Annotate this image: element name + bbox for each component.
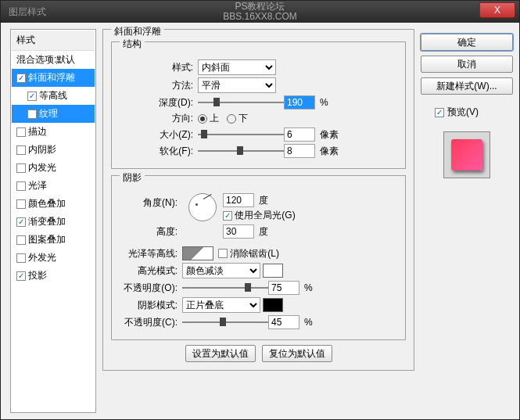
drop-shadow-item[interactable]: ✓投影	[12, 267, 95, 285]
bevel-group: 斜面和浮雕 结构 样式:内斜面 方法:平滑 深度(D):% 方向:上 下 大小(…	[102, 29, 414, 371]
shadow-mode-label: 阴影模式:	[120, 299, 182, 312]
preview-swatch-icon	[451, 139, 482, 171]
preview-checkbox[interactable]: ✓	[435, 108, 444, 117]
angle-dial[interactable]	[188, 193, 217, 221]
soften-label: 软化(F):	[120, 145, 198, 158]
pattern-overlay-item[interactable]: 图案叠加	[12, 231, 95, 249]
depth-slider[interactable]	[198, 95, 284, 109]
blending-options[interactable]: 混合选项:默认	[12, 51, 95, 69]
highlight-color-swatch[interactable]	[263, 264, 283, 278]
technique-select[interactable]: 平滑	[198, 77, 276, 93]
color-overlay-item[interactable]: 颜色叠加	[12, 195, 95, 213]
close-button[interactable]: X	[479, 2, 515, 18]
action-panel: 确定 取消 新建样式(W)... ✓预览(V)	[421, 29, 513, 413]
technique-label: 方法:	[120, 79, 198, 92]
style-label: 样式:	[120, 61, 198, 74]
checkbox-icon[interactable]	[16, 181, 26, 191]
size-slider[interactable]	[198, 127, 284, 142]
window-title: 图层样式	[9, 5, 46, 19]
title-watermark: PS教程论坛 BBS.16XX8.COM	[223, 2, 297, 22]
highlight-opacity-input[interactable]	[268, 281, 299, 295]
titlebar: 图层样式 PS教程论坛 BBS.16XX8.COM X	[1, 1, 519, 23]
checkbox-icon[interactable]	[16, 199, 26, 209]
bevel-emboss-item[interactable]: ✓斜面和浮雕	[12, 69, 95, 87]
angle-label: 角度(N):	[120, 193, 182, 210]
shading-title: 阴影	[120, 171, 145, 185]
soften-input[interactable]	[284, 144, 315, 158]
shadow-opacity-label: 不透明度(C):	[120, 316, 182, 329]
shadow-opacity-slider[interactable]	[182, 315, 268, 329]
preview-label: 预览(V)	[447, 106, 479, 119]
inner-glow-item[interactable]: 内发光	[12, 159, 95, 177]
stroke-item[interactable]: 描边	[12, 123, 95, 141]
shadow-mode-select[interactable]: 正片叠底	[182, 297, 260, 313]
highlight-mode-label: 高光模式:	[120, 264, 182, 278]
depth-label: 深度(D):	[120, 96, 198, 109]
texture-item[interactable]: 纹理	[12, 105, 95, 123]
satin-item[interactable]: 光泽	[12, 177, 95, 195]
checkbox-icon[interactable]	[16, 145, 26, 155]
structure-group: 结构 样式:内斜面 方法:平滑 深度(D):% 方向:上 下 大小(Z):像素 …	[111, 41, 406, 169]
gradient-overlay-item[interactable]: ✓渐变叠加	[12, 213, 95, 231]
settings-panel: 斜面和浮雕 结构 样式:内斜面 方法:平滑 深度(D):% 方向:上 下 大小(…	[102, 29, 414, 413]
style-select[interactable]: 内斜面	[198, 59, 276, 75]
highlight-mode-select[interactable]: 颜色减淡	[182, 263, 260, 278]
checkbox-icon[interactable]: ✓	[16, 74, 26, 83]
checkbox-icon[interactable]	[16, 253, 26, 263]
preview-thumbnail	[443, 131, 490, 178]
highlight-opacity-label: 不透明度(O):	[120, 282, 182, 295]
cancel-button[interactable]: 取消	[421, 56, 513, 73]
make-default-button[interactable]: 设置为默认值	[185, 345, 256, 362]
checkbox-icon[interactable]	[27, 109, 37, 119]
reset-default-button[interactable]: 复位为默认值	[262, 345, 332, 362]
outer-glow-item[interactable]: 外发光	[12, 249, 95, 267]
shading-group: 阴影 角度(N): 度 ✓ 使用全局光(G) 高度:度 光泽等高线: 消除锯齿(…	[111, 175, 406, 340]
ok-button[interactable]: 确定	[421, 34, 513, 51]
style-list: 样式 混合选项:默认 ✓斜面和浮雕 ✓等高线 纹理 描边 内阴影 内发光 光泽 …	[10, 29, 96, 413]
inner-shadow-item[interactable]: 内阴影	[12, 141, 95, 159]
style-header: 样式	[12, 31, 95, 51]
shadow-color-swatch[interactable]	[263, 298, 283, 312]
depth-input[interactable]	[284, 95, 315, 109]
checkbox-icon[interactable]: ✓	[16, 217, 26, 227]
angle-input[interactable]	[223, 193, 254, 207]
gloss-contour-picker[interactable]	[182, 246, 213, 260]
altitude-label: 高度:	[120, 225, 182, 239]
checkbox-icon[interactable]	[16, 235, 26, 245]
contour-item[interactable]: ✓等高线	[12, 87, 95, 105]
checkbox-icon[interactable]	[16, 127, 26, 137]
altitude-input[interactable]	[223, 224, 254, 239]
size-label: 大小(Z):	[120, 128, 198, 142]
content-area: 样式 混合选项:默认 ✓斜面和浮雕 ✓等高线 纹理 描边 内阴影 内发光 光泽 …	[1, 23, 519, 419]
size-input[interactable]	[284, 127, 315, 142]
checkbox-icon[interactable]: ✓	[16, 271, 26, 281]
global-light-checkbox[interactable]: ✓	[223, 211, 232, 221]
layer-style-dialog: 图层样式 PS教程论坛 BBS.16XX8.COM X 样式 混合选项:默认 ✓…	[0, 0, 520, 420]
checkbox-icon[interactable]: ✓	[27, 92, 37, 101]
highlight-opacity-slider[interactable]	[182, 281, 268, 295]
gloss-label: 光泽等高线:	[120, 247, 182, 260]
checkbox-icon[interactable]	[16, 163, 26, 173]
soften-slider[interactable]	[198, 144, 284, 158]
shadow-opacity-input[interactable]	[268, 315, 299, 329]
direction-label: 方向:	[120, 112, 198, 125]
new-style-button[interactable]: 新建样式(W)...	[421, 77, 513, 95]
panel-title: 斜面和浮雕	[111, 25, 164, 38]
structure-title: 结构	[120, 38, 145, 51]
direction-up-radio[interactable]	[198, 114, 207, 124]
direction-down-radio[interactable]	[227, 114, 236, 124]
antialias-checkbox[interactable]	[218, 249, 228, 258]
